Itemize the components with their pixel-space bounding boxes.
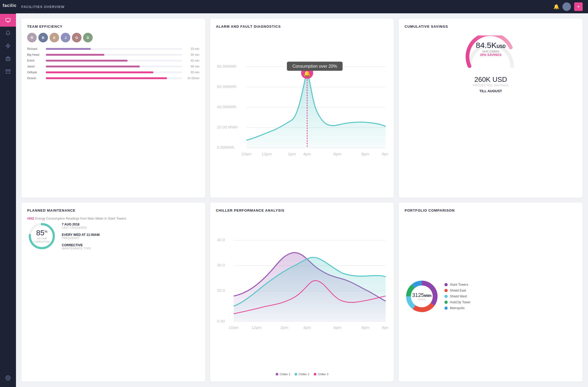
tooltip-text: Consumption over 20% bbox=[292, 64, 337, 68]
chiller1-label: Chiller 1 bbox=[280, 373, 290, 376]
legend-hubcity: HubCity Tower bbox=[444, 300, 577, 304]
page-title: FACILITIES OVERVIEW bbox=[21, 5, 65, 9]
svg-text:4pm: 4pm bbox=[303, 325, 311, 330]
svg-text:9pm: 9pm bbox=[382, 152, 388, 156]
svg-text:20.00 MWh: 20.00 MWh bbox=[217, 125, 238, 129]
svg-text:12pm: 12pm bbox=[251, 325, 262, 330]
pm-row-title: 7 AUG 2018 bbox=[62, 223, 199, 226]
chiller1-dot bbox=[276, 373, 278, 376]
chiller3-dot bbox=[314, 373, 316, 376]
pm-row-sub: MAINTENANCE TYPE bbox=[62, 247, 199, 250]
chiller-card: CHILLER PERFORMANCE ANALYSIS 40.0 30.0 2… bbox=[210, 203, 394, 382]
svg-rect-3 bbox=[6, 70, 10, 71]
sidebar-item-facilities[interactable] bbox=[0, 52, 16, 65]
svg-text:40.0: 40.0 bbox=[217, 237, 225, 242]
svg-text:10am: 10am bbox=[241, 152, 251, 156]
svg-text:40.00MWh: 40.00MWh bbox=[217, 104, 236, 109]
svg-text:2pm: 2pm bbox=[280, 325, 288, 330]
bar-row-gilfoyle: Gilfoyle 55 min bbox=[27, 71, 199, 74]
svg-text:12pm: 12pm bbox=[262, 152, 272, 156]
sidebar-item-archive[interactable] bbox=[0, 65, 16, 78]
pm-row-title: CORRECTIVE bbox=[62, 243, 199, 247]
facilities-icon bbox=[5, 56, 11, 61]
chiller-title: CHILLER PERFORMANCE ANALYSIS bbox=[216, 208, 388, 212]
bar-row-jared: Jared 48 min bbox=[27, 65, 199, 68]
projected-label: PROJECTED SAVINGS bbox=[405, 84, 577, 87]
pm-pct: 85% bbox=[36, 229, 48, 237]
chiller2-label: Chiller 2 bbox=[299, 373, 309, 376]
planned-maintenance-card: PLANNED MAINTENANCE #642 Energy Consumpt… bbox=[21, 203, 205, 382]
alarm-svg: 80.00MWh 60.00MWh 40.00MWh 20.00 MWh 0.0… bbox=[216, 33, 388, 192]
svg-text:60.00MWh: 60.00MWh bbox=[217, 84, 236, 89]
hubcity-dot bbox=[444, 301, 448, 304]
bar-fill bbox=[46, 48, 91, 50]
shield-west-label: Shield West bbox=[450, 295, 467, 298]
stark-dot bbox=[444, 283, 448, 286]
bar-label: Erlich bbox=[27, 59, 43, 62]
legend-chiller1: Chiller 1 bbox=[276, 373, 290, 376]
pm-info: 7 AUG 2018 LAST-TRIGGERED EVERY WED AT 1… bbox=[62, 223, 199, 250]
legend-chiller2: Chiller 2 bbox=[295, 373, 309, 376]
bar-value: 23 min bbox=[185, 47, 199, 50]
svg-point-4 bbox=[7, 377, 9, 379]
bar-value: 30 min bbox=[185, 53, 199, 56]
chiller-svg: 40.0 30.0 20.0 0.00 bbox=[216, 217, 388, 355]
pm-description: Energy Consumption Readings from Main Me… bbox=[35, 217, 126, 220]
user-avatar[interactable] bbox=[562, 2, 571, 11]
main-content: FACILITIES OVERVIEW 🔔 + TEAM EFFICIENCY … bbox=[16, 0, 588, 387]
pm-ticket-link[interactable]: #642 Energy Consumption Readings from Ma… bbox=[27, 217, 199, 220]
shield-east-label: Shield East bbox=[450, 289, 466, 292]
bar-row-erlich: Erlich 42 min bbox=[27, 59, 199, 62]
pm-row-sub: LAST-TRIGGERED bbox=[62, 226, 199, 229]
svg-rect-0 bbox=[6, 18, 10, 22]
bar-fill bbox=[46, 71, 153, 73]
legend-chiller3: Chiller 3 bbox=[314, 373, 328, 376]
shield-east-dot bbox=[444, 289, 448, 292]
team-efficiency-card: TEAM EFFICIENCY R B E J G D Richard 23 m… bbox=[21, 19, 205, 198]
shield-west-dot bbox=[444, 295, 448, 298]
svg-text:20.0: 20.0 bbox=[217, 288, 225, 293]
pm-gauge-wrap: 85% ON-TIMECOMPLETION bbox=[27, 221, 56, 251]
monitor-icon bbox=[5, 18, 11, 23]
sidebar-nav bbox=[0, 11, 16, 375]
savings-pct: 20% SAVINGS bbox=[480, 53, 501, 57]
savings-center: 84.5KUSD 3444.23MWh 20% SAVINGS bbox=[476, 41, 506, 57]
pm-row-title: EVERY WED AT 11:00AM bbox=[62, 233, 199, 237]
pm-row-sub: FREQUENCY bbox=[62, 237, 199, 240]
sidebar-item-dashboard[interactable] bbox=[0, 14, 16, 27]
avatar-erlich: E bbox=[50, 33, 59, 42]
chiller2-dot bbox=[295, 373, 297, 376]
portfolio-legend: Stark Towers Shield East Shield West Hub… bbox=[444, 283, 577, 310]
sidebar: facilio. bbox=[0, 0, 16, 387]
bar-label: Jared bbox=[27, 65, 43, 68]
planned-maintenance-title: PLANNED MAINTENANCE bbox=[27, 208, 199, 212]
alarm-chart: 80.00MWh 60.00MWh 40.00MWh 20.00 MWh 0.0… bbox=[216, 33, 388, 192]
alarm-fault-card: ALARM AND FAULT DIAGNOSTICS 80.00MWh 60.… bbox=[210, 19, 394, 198]
avatar-gilfoyle: G bbox=[72, 33, 81, 42]
sidebar-item-alerts[interactable] bbox=[0, 27, 16, 39]
metropolis-label: Metropolis bbox=[450, 306, 464, 310]
alarm-fault-title: ALARM AND FAULT DIAGNOSTICS bbox=[216, 25, 388, 29]
bar-fill bbox=[46, 77, 167, 79]
gear-icon bbox=[5, 375, 11, 381]
svg-text:8pm: 8pm bbox=[361, 152, 369, 156]
svg-marker-1 bbox=[6, 44, 10, 48]
sidebar-item-settings[interactable] bbox=[5, 375, 11, 387]
bar-track bbox=[46, 48, 182, 50]
hubcity-label: HubCity Tower bbox=[450, 300, 471, 304]
app-logo: facilio. bbox=[0, 0, 16, 11]
add-button[interactable]: + bbox=[574, 2, 583, 11]
pm-pct-label: ON-TIMECOMPLETION bbox=[34, 237, 50, 243]
sidebar-item-energy[interactable] bbox=[0, 39, 16, 52]
legend-shield-west: Shield West bbox=[444, 295, 577, 298]
portfolio-title: PORTFOLIO COMPARISON bbox=[405, 208, 577, 212]
bar-list: Richard 23 min Big Head 30 min Erlich 42… bbox=[27, 47, 199, 82]
chiller-chart: 40.0 30.0 20.0 0.00 bbox=[216, 217, 388, 370]
pm-row-type: CORRECTIVE MAINTENANCE TYPE bbox=[62, 243, 199, 250]
savings-till: TILL AUGUST bbox=[405, 89, 577, 93]
savings-amount: 84.5KUSD bbox=[476, 41, 506, 50]
svg-text:9pm: 9pm bbox=[382, 325, 388, 330]
team-avatars: R B E J G D bbox=[27, 33, 199, 42]
svg-text:4pm: 4pm bbox=[303, 152, 311, 156]
notification-bell[interactable]: 🔔 bbox=[553, 4, 559, 10]
